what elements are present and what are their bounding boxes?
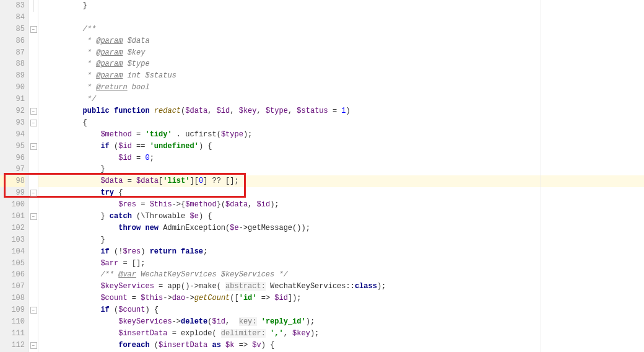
fold-cell[interactable] <box>29 316 38 328</box>
fold-cell[interactable] <box>29 199 38 211</box>
fold-cell[interactable]: − <box>29 105 38 117</box>
fold-cell[interactable]: − <box>29 187 38 199</box>
fold-cell[interactable] <box>29 269 38 281</box>
code-line[interactable]: throw new AdminException($e->getMessage(… <box>38 222 644 234</box>
token: @return <box>96 83 127 92</box>
fold-cell[interactable] <box>29 258 38 270</box>
fold-cell[interactable] <box>29 281 38 293</box>
fold-cell[interactable] <box>29 35 38 47</box>
token: 'list' <box>163 177 189 185</box>
token: $data <box>123 37 149 45</box>
code-editor[interactable]: 8384858687888990919293949596979899100101… <box>0 0 644 352</box>
token: $count <box>118 306 145 314</box>
fold-cell[interactable] <box>29 328 38 340</box>
fold-cell[interactable]: − <box>29 24 38 35</box>
code-line[interactable]: $method = 'tidy' . ucfirst($type); <box>38 129 644 141</box>
fold-cell[interactable]: − <box>29 304 38 316</box>
fold-cell[interactable] <box>29 82 38 94</box>
fold-cell[interactable] <box>29 152 38 164</box>
token: ([ <box>230 294 238 302</box>
token: , <box>230 107 238 115</box>
code-line[interactable]: /** <box>38 24 644 35</box>
code-line[interactable]: * @param int $status <box>38 70 644 82</box>
code-line[interactable]: if (!$res) return false; <box>38 246 644 258</box>
code-line[interactable]: foreach ($insertData as $k => $v) { <box>38 340 644 351</box>
token: $res <box>118 200 136 209</box>
code-line[interactable]: $count = $this->dao->getCount(['id' => $… <box>38 293 644 304</box>
fold-toggle-icon[interactable]: − <box>30 213 37 220</box>
code-line[interactable]: } <box>38 164 644 175</box>
token <box>47 200 118 209</box>
fold-cell[interactable]: − <box>29 340 38 351</box>
token: => <box>257 294 275 302</box>
fold-cell[interactable] <box>29 129 38 141</box>
code-line[interactable]: if ($id == 'undefined') { <box>38 141 644 152</box>
token: */ <box>47 95 96 103</box>
fold-toggle-icon[interactable]: − <box>30 190 37 196</box>
code-line[interactable]: } <box>38 234 644 246</box>
fold-toggle-icon[interactable]: − <box>30 26 37 33</box>
line-number: 104 <box>0 246 25 258</box>
code-line[interactable]: $res = $this->{$method}($data, $id); <box>38 199 644 211</box>
code-line[interactable]: public function redact($data, $id, $key,… <box>38 105 644 117</box>
token: = explode( <box>167 329 220 338</box>
fold-cell[interactable] <box>29 12 38 24</box>
line-number: 108 <box>0 293 25 304</box>
token: getCount <box>194 294 230 302</box>
code-line[interactable]: $id = 0; <box>38 152 644 164</box>
token <box>266 329 270 338</box>
token <box>47 294 100 302</box>
token: @param <box>96 48 123 57</box>
code-line[interactable]: $keyServices->delete($id, key: 'reply_id… <box>38 316 644 328</box>
fold-cell[interactable] <box>29 58 38 70</box>
code-area[interactable]: } /** * @param $data * @param $key * @pa… <box>38 0 644 352</box>
fold-toggle-icon[interactable]: − <box>30 143 37 150</box>
token: 1 <box>341 107 346 115</box>
token: }( <box>217 200 225 209</box>
token: $k <box>225 341 234 350</box>
fold-toggle-icon[interactable]: − <box>30 120 37 126</box>
token: if <box>100 306 109 314</box>
code-line[interactable]: $arr = []; <box>38 258 644 270</box>
code-line[interactable]: $data = $data['list'][0] ?? []; <box>38 175 644 187</box>
line-number: 99 <box>0 187 25 199</box>
token <box>47 177 100 185</box>
fold-cell[interactable] <box>29 47 38 59</box>
line-number: 112 <box>0 340 25 351</box>
fold-cell[interactable]: − <box>29 141 38 152</box>
code-line[interactable]: } <box>38 0 644 12</box>
code-line[interactable]: * @param $type <box>38 58 644 70</box>
code-line[interactable]: { <box>38 117 644 129</box>
fold-cell[interactable]: − <box>29 117 38 129</box>
fold-cell[interactable] <box>29 246 38 258</box>
token: => <box>234 341 252 350</box>
code-line[interactable]: */ <box>38 94 644 105</box>
fold-cell[interactable]: − <box>29 211 38 222</box>
fold-cell[interactable] <box>29 293 38 304</box>
fold-toggle-icon[interactable]: − <box>30 307 37 314</box>
code-line[interactable]: } catch (\Throwable $e) { <box>38 211 644 222</box>
code-line[interactable] <box>38 12 644 24</box>
token: } <box>47 1 87 10</box>
fold-toggle-icon[interactable]: − <box>30 108 37 115</box>
fold-cell[interactable] <box>29 164 38 175</box>
fold-cell[interactable] <box>29 70 38 82</box>
code-line[interactable]: if ($count) { <box>38 304 644 316</box>
fold-cell[interactable] <box>29 222 38 234</box>
code-line[interactable]: $keyServices = app()->make( abstract: We… <box>38 281 644 293</box>
code-line[interactable]: $insertData = explode( delimiter: ',', $… <box>38 328 644 340</box>
code-line[interactable]: * @return bool <box>38 82 644 94</box>
code-line[interactable]: /** @var WechatKeyServices $keyServices … <box>38 269 644 281</box>
token: @param <box>96 37 123 45</box>
fold-cell[interactable] <box>29 234 38 246</box>
token: * <box>47 59 96 68</box>
code-line[interactable]: * @param $key <box>38 47 644 59</box>
token: $type <box>123 59 149 68</box>
fold-cell[interactable] <box>29 94 38 105</box>
fold-toggle-icon[interactable]: − <box>30 342 37 349</box>
fold-cell[interactable] <box>29 175 38 187</box>
code-line[interactable]: * @param $data <box>38 35 644 47</box>
fold-column[interactable]: −−−−−−−− <box>29 0 38 352</box>
token: ->getMessage()); <box>239 224 310 232</box>
code-line[interactable]: try { <box>38 187 644 199</box>
